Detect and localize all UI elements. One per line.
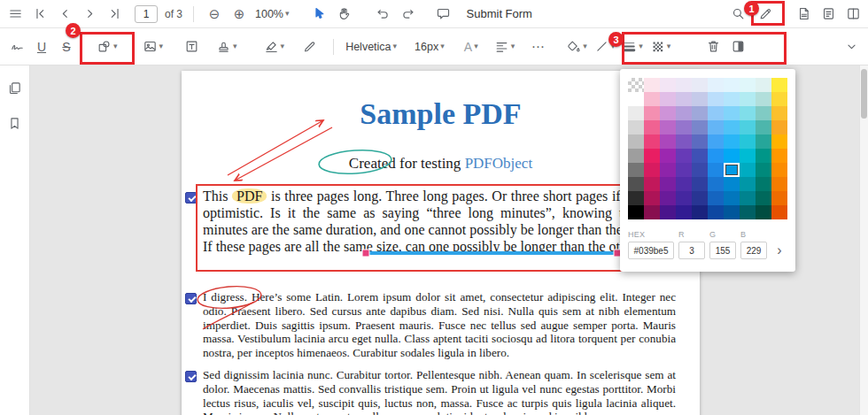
submit-form-button[interactable]: Submit Form: [464, 3, 535, 26]
color-swatch[interactable]: [771, 205, 787, 219]
delete-annotation-button[interactable]: [701, 35, 725, 58]
color-swatch[interactable]: [676, 78, 692, 92]
color-swatch[interactable]: [692, 205, 708, 219]
color-swatch[interactable]: [644, 163, 660, 177]
color-swatch[interactable]: [660, 134, 676, 149]
vertical-scrollbar[interactable]: [859, 65, 868, 415]
color-swatch[interactable]: [756, 191, 771, 205]
color-swatch[interactable]: [740, 163, 756, 177]
fill-color-dropdown[interactable]: ▾: [563, 35, 590, 58]
color-swatch[interactable]: [660, 120, 676, 134]
color-swatch[interactable]: [771, 78, 787, 92]
color-swatch[interactable]: [676, 205, 692, 219]
color-swatch[interactable]: [628, 163, 644, 177]
color-swatch[interactable]: [756, 205, 771, 219]
outline-panel-button[interactable]: [817, 3, 840, 26]
comment-tool-button[interactable]: [432, 3, 455, 26]
form-checkbox[interactable]: [185, 371, 197, 382]
color-swatch[interactable]: [644, 92, 660, 106]
shape-tool-dropdown[interactable]: ▾: [94, 35, 120, 58]
color-swatch[interactable]: [708, 134, 724, 149]
color-swatch[interactable]: [692, 92, 708, 106]
color-swatch[interactable]: [756, 177, 771, 191]
color-swatch[interactable]: [724, 120, 740, 134]
color-swatch[interactable]: [771, 163, 787, 177]
zoom-level-dropdown[interactable]: 100% ▾: [252, 3, 292, 26]
red-input[interactable]: [678, 242, 705, 259]
color-swatch[interactable]: [644, 106, 660, 120]
color-swatch[interactable]: [644, 78, 660, 92]
selection-handle[interactable]: [362, 250, 369, 257]
freehand-pen-button[interactable]: [298, 35, 321, 58]
color-swatch[interactable]: [628, 92, 644, 106]
color-swatch[interactable]: [708, 78, 724, 92]
color-swatch[interactable]: [708, 149, 724, 163]
color-swatch[interactable]: [724, 92, 740, 106]
color-swatch[interactable]: [771, 92, 787, 106]
color-swatch[interactable]: [692, 149, 708, 163]
opacity-dropdown[interactable]: ▾: [647, 35, 674, 58]
color-swatch[interactable]: [692, 106, 708, 120]
page-number-input[interactable]: [135, 5, 158, 23]
collapse-toolbar-button[interactable]: [840, 35, 863, 58]
form-checkbox[interactable]: [185, 192, 197, 204]
color-swatch[interactable]: [708, 177, 724, 191]
next-page-button[interactable]: [78, 3, 101, 26]
notes-panel-button[interactable]: [792, 3, 815, 26]
text-color-dropdown[interactable]: A ▾: [460, 35, 483, 58]
select-tool-button[interactable]: [308, 3, 331, 26]
highlight-tool-dropdown[interactable]: ▾: [261, 35, 288, 58]
color-swatch[interactable]: [724, 106, 740, 120]
undo-button[interactable]: [372, 3, 395, 26]
scrollbar-thumb[interactable]: [861, 69, 867, 119]
color-swatch[interactable]: [660, 92, 676, 106]
view-controls-button[interactable]: [841, 3, 864, 26]
color-swatch[interactable]: [628, 78, 644, 92]
color-swatch[interactable]: [692, 120, 708, 134]
color-swatch[interactable]: [708, 120, 724, 134]
color-swatch[interactable]: [644, 149, 660, 163]
color-swatch[interactable]: [676, 92, 692, 106]
thumbnails-panel-button[interactable]: [4, 76, 27, 99]
color-swatch[interactable]: [660, 205, 676, 219]
underline-tool-button[interactable]: U: [30, 35, 53, 58]
color-format-next-button[interactable]: ›: [771, 242, 787, 259]
color-swatch[interactable]: [708, 92, 724, 106]
color-swatch[interactable]: [692, 134, 708, 149]
color-swatch[interactable]: [660, 191, 676, 205]
color-swatch[interactable]: [660, 149, 676, 163]
color-swatch[interactable]: [644, 191, 660, 205]
color-swatch[interactable]: [676, 120, 692, 134]
color-swatch[interactable]: [644, 205, 660, 219]
color-swatch[interactable]: [708, 163, 724, 177]
color-swatch[interactable]: [724, 78, 740, 92]
form-checkbox[interactable]: [185, 293, 197, 304]
color-swatch[interactable]: [660, 78, 676, 92]
color-swatch[interactable]: [692, 163, 708, 177]
color-swatch[interactable]: [771, 191, 787, 205]
color-swatch[interactable]: [756, 163, 771, 177]
color-swatch[interactable]: [708, 205, 724, 219]
image-tool-dropdown[interactable]: ▾: [140, 35, 167, 58]
color-swatch[interactable]: [724, 205, 740, 219]
font-family-dropdown[interactable]: Helvetica ▾: [343, 35, 399, 58]
color-swatch[interactable]: [660, 177, 676, 191]
color-swatch[interactable]: [628, 120, 644, 134]
strikethrough-tool-button[interactable]: S: [55, 35, 78, 58]
color-swatch[interactable]: [628, 191, 644, 205]
color-swatch[interactable]: [740, 134, 756, 149]
color-swatch[interactable]: [740, 149, 756, 163]
color-swatch[interactable]: [724, 191, 740, 205]
color-swatch[interactable]: [692, 191, 708, 205]
zoom-out-button[interactable]: ⊖: [203, 3, 226, 26]
color-swatch[interactable]: [660, 106, 676, 120]
color-swatch[interactable]: [740, 191, 756, 205]
color-swatch[interactable]: [628, 106, 644, 120]
color-swatch[interactable]: [740, 120, 756, 134]
color-swatch[interactable]: [724, 134, 740, 149]
redo-button[interactable]: [397, 3, 420, 26]
color-swatch[interactable]: [724, 163, 740, 177]
free-text-tool-button[interactable]: [180, 35, 203, 58]
arrow-annotation[interactable]: [235, 127, 332, 181]
color-swatch[interactable]: [740, 177, 756, 191]
